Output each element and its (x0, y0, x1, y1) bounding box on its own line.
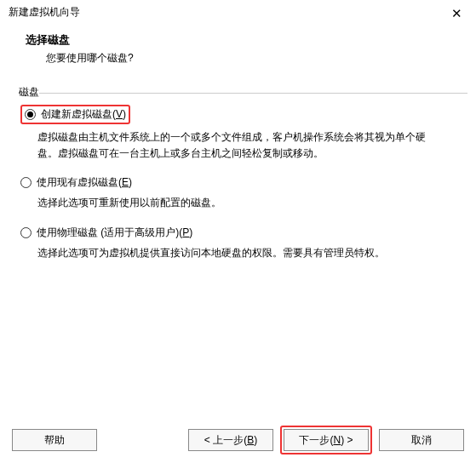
option-label: 创建新虚拟磁盘(V) (41, 107, 126, 122)
disk-options-group: 创建新虚拟磁盘(V) 虚拟磁盘由主机文件系统上的一个或多个文件组成，客户机操作系… (0, 94, 476, 261)
highlight-selected-option: 创建新虚拟磁盘(V) (20, 105, 130, 124)
wizard-header: 选择磁盘 您要使用哪个磁盘? (0, 24, 476, 76)
back-button[interactable]: < 上一步(B) (188, 429, 273, 451)
radio-use-existing-disk[interactable] (20, 177, 32, 188)
page-subtitle: 您要使用哪个磁盘? (26, 51, 476, 66)
option-description: 虚拟磁盘由主机文件系统上的一个或多个文件组成，客户机操作系统会将其视为单个硬盘。… (37, 129, 442, 162)
group-divider (9, 93, 467, 94)
close-icon[interactable]: ✕ (446, 5, 467, 21)
help-button[interactable]: 帮助 (12, 429, 97, 451)
radio-create-new-disk[interactable] (25, 109, 36, 120)
option-description: 选择此选项可重新使用以前配置的磁盘。 (37, 195, 442, 211)
cancel-button[interactable]: 取消 (379, 429, 464, 451)
wizard-footer: 帮助 < 上一步(B) 下一步(N) > 取消 (0, 426, 476, 454)
window-title: 新建虚拟机向导 (9, 5, 80, 20)
highlight-next-button: 下一步(N) > (280, 426, 372, 454)
option-use-physical-disk[interactable]: 使用物理磁盘 (适用于高级用户)(P) 选择此选项可为虚拟机提供直接访问本地硬盘… (20, 226, 459, 261)
option-create-new-disk[interactable]: 创建新虚拟磁盘(V) 虚拟磁盘由主机文件系统上的一个或多个文件组成，客户机操作系… (20, 105, 459, 162)
page-title: 选择磁盘 (26, 32, 476, 48)
next-button[interactable]: 下一步(N) > (284, 429, 369, 451)
title-bar: 新建虚拟机向导 ✕ (0, 0, 476, 24)
group-label-disk: 磁盘 (3, 85, 39, 100)
option-label: 使用现有虚拟磁盘(E) (37, 175, 132, 190)
option-use-existing-disk[interactable]: 使用现有虚拟磁盘(E) 选择此选项可重新使用以前配置的磁盘。 (20, 175, 459, 211)
radio-use-physical-disk[interactable] (20, 227, 32, 238)
option-description: 选择此选项可为虚拟机提供直接访问本地硬盘的权限。需要具有管理员特权。 (37, 245, 442, 261)
option-label: 使用物理磁盘 (适用于高级用户)(P) (37, 226, 192, 240)
